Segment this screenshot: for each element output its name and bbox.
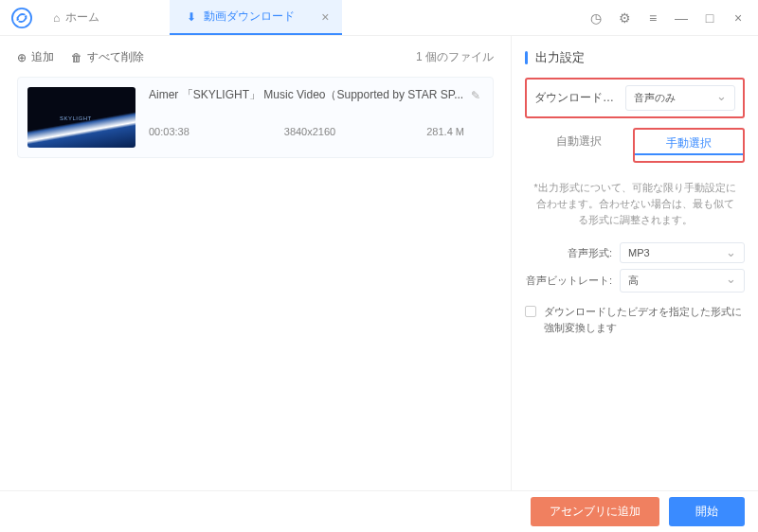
tab-manual-highlight: 手動選択 (633, 128, 745, 163)
video-thumbnail (27, 87, 135, 148)
tab-auto-label: 自動選択 (556, 134, 602, 148)
titlebar: ⌂ ホーム ⬇ 動画ダウンロード × ◷ ⚙ ≡ — □ × (0, 0, 758, 36)
download-item[interactable]: Aimer 「SKYLIGHT」 Music Video（Supported b… (17, 77, 494, 158)
audio-bitrate-value: 高 (628, 275, 639, 286)
svg-point-0 (12, 8, 31, 27)
edit-icon[interactable]: ✎ (471, 89, 480, 102)
audio-bitrate-select[interactable]: 高 (620, 269, 745, 293)
format-note: *出力形式について、可能な限り手動設定に合わせます。合わせない場合は、最も似てる… (525, 167, 745, 237)
maximize-icon[interactable]: □ (701, 9, 718, 27)
right-panel: 出力設定 ダウンロード設... 音声のみ 自動選択 手動選択 *出力形式について… (512, 36, 758, 490)
download-setting-label: ダウンロード設... (534, 90, 620, 106)
audio-format-label: 音声形式: (525, 246, 620, 260)
selection-tabs: 自動選択 手動選択 (525, 128, 745, 163)
tab-manual-select[interactable]: 手動選択 (635, 130, 743, 161)
audio-bitrate-row: 音声ビットレート: 高 (525, 269, 745, 293)
audio-format-select[interactable]: MP3 (620, 242, 745, 263)
tab-home[interactable]: ⌂ ホーム (40, 9, 113, 26)
item-title: Aimer 「SKYLIGHT」 Music Video（Supported b… (149, 87, 463, 103)
close-icon[interactable]: × (730, 9, 747, 27)
download-setting-row: ダウンロード設... 音声のみ (525, 78, 745, 118)
start-button[interactable]: 開始 (669, 497, 745, 526)
main-content: ⊕ 追加 🗑 すべて削除 1 個のファイル Aimer 「SKYLIGHT」 M… (0, 36, 758, 490)
tab-auto-select[interactable]: 自動選択 (525, 128, 633, 163)
add-label: 追加 (31, 49, 54, 65)
delete-all-label: すべて削除 (87, 49, 144, 65)
item-meta: Aimer 「SKYLIGHT」 Music Video（Supported b… (135, 87, 483, 148)
force-convert-checkbox[interactable] (525, 306, 536, 317)
output-section-title: 出力設定 (525, 49, 745, 66)
tab-underline (635, 153, 743, 155)
delete-all-button[interactable]: 🗑 すべて削除 (71, 49, 144, 65)
download-icon: ⬇ (187, 10, 196, 24)
force-convert-label: ダウンロードしたビデオを指定した形式に強制変換します (544, 304, 745, 335)
item-size: 281.4 M (376, 126, 483, 137)
gear-icon[interactable]: ⚙ (616, 9, 633, 27)
add-button[interactable]: ⊕ 追加 (17, 49, 54, 65)
window-controls: ◷ ⚙ ≡ — □ × (587, 9, 758, 27)
app-logo (11, 8, 32, 28)
minimize-icon[interactable]: — (673, 9, 690, 27)
left-panel: ⊕ 追加 🗑 すべて削除 1 個のファイル Aimer 「SKYLIGHT」 M… (0, 36, 512, 490)
item-resolution: 3840x2160 (244, 126, 376, 137)
tab-download[interactable]: ⬇ 動画ダウンロード × (170, 0, 342, 35)
footer: アセンブリに追加 開始 (0, 490, 758, 532)
home-icon: ⌂ (53, 11, 60, 25)
tab-download-label: 動画ダウンロード (204, 9, 295, 25)
force-convert-row[interactable]: ダウンロードしたビデオを指定した形式に強制変換します (525, 304, 745, 335)
toolbar: ⊕ 追加 🗑 すべて削除 1 個のファイル (17, 49, 494, 65)
tab-manual-label: 手動選択 (666, 136, 712, 150)
history-icon[interactable]: ◷ (587, 9, 605, 27)
tab-close-icon[interactable]: × (321, 9, 329, 25)
file-count: 1 個のファイル (416, 49, 494, 65)
audio-format-value: MP3 (628, 247, 650, 258)
plus-icon: ⊕ (17, 51, 27, 64)
audio-format-row: 音声形式: MP3 (525, 242, 745, 263)
add-to-assembly-button[interactable]: アセンブリに追加 (531, 497, 659, 526)
download-setting-select[interactable]: 音声のみ (625, 85, 735, 111)
trash-icon: 🗑 (71, 51, 82, 64)
download-setting-value: 音声のみ (634, 92, 676, 103)
item-duration: 00:03:38 (149, 126, 244, 137)
tab-home-label: ホーム (65, 9, 99, 26)
menu-icon[interactable]: ≡ (644, 9, 661, 27)
audio-bitrate-label: 音声ビットレート: (525, 274, 620, 288)
